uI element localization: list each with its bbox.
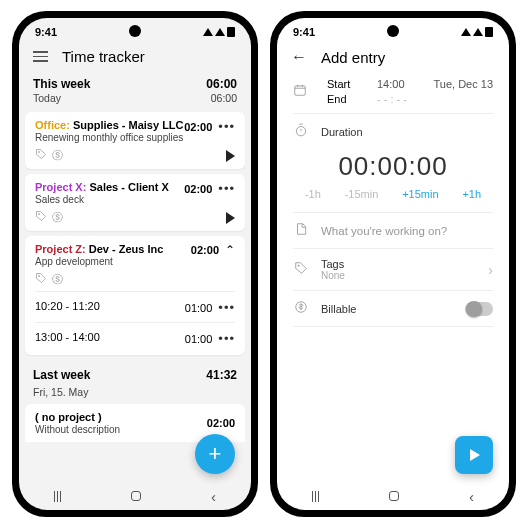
android-nav-bar: ‹ — [19, 482, 251, 510]
more-icon[interactable]: ••• — [218, 119, 235, 134]
more-icon[interactable]: ••• — [218, 300, 235, 315]
billable-row[interactable]: Billable — [277, 293, 509, 324]
play-button[interactable] — [226, 212, 235, 224]
nav-home-icon[interactable] — [389, 491, 399, 501]
end-time-value[interactable]: - - : - - — [377, 93, 407, 105]
tag-icon — [35, 148, 47, 163]
duration-label: Duration — [321, 126, 363, 138]
tag-icon — [293, 261, 309, 278]
screen-add-entry: 9:41 ← Add entry Start 14:00 Tue, Dec 13… — [277, 18, 509, 510]
page-title: Add entry — [321, 49, 385, 66]
play-button[interactable] — [226, 150, 235, 162]
billable-icon: ⓢ — [52, 148, 63, 163]
entry-description: Without description — [35, 424, 120, 435]
task-label: Dev - Zeus Inc — [89, 243, 164, 255]
project-label: Project X: — [35, 181, 86, 193]
signal-icon — [461, 28, 471, 36]
task-label: Supplies - Maisy LLC — [73, 119, 184, 131]
signal-icon — [203, 28, 213, 36]
phone-frame-left: 9:41 Time tracker This week 06:00 Today … — [12, 11, 258, 517]
duration-adjust-buttons: -1h -15min +15min +1h — [277, 188, 509, 210]
billable-label: Billable — [321, 303, 453, 315]
nav-back-icon[interactable]: ‹ — [469, 488, 474, 505]
duration-row: Duration — [277, 116, 509, 147]
entry-duration: 02:00 — [184, 121, 212, 133]
plus-1h-button[interactable]: +1h — [462, 188, 481, 200]
entry-description: Sales deck — [35, 194, 169, 205]
tag-icon — [35, 210, 47, 225]
status-time: 9:41 — [35, 26, 57, 38]
svg-point-5 — [298, 265, 299, 266]
nav-recent-icon[interactable] — [312, 491, 320, 502]
project-label: Project Z: — [35, 243, 86, 255]
minus-1h-button[interactable]: -1h — [305, 188, 321, 200]
tags-row[interactable]: Tags None › — [277, 251, 509, 288]
sub-entry-row[interactable]: 13:00 - 14:00 01:00 ••• — [35, 322, 235, 349]
svg-point-1 — [39, 214, 40, 215]
divider — [293, 113, 493, 114]
android-nav-bar: ‹ — [277, 482, 509, 510]
this-week-label: This week — [33, 77, 90, 91]
entry-duration: 02:00 — [191, 244, 219, 256]
today-total: 06:00 — [211, 92, 237, 104]
back-icon[interactable]: ← — [291, 48, 307, 66]
end-label: End — [327, 93, 377, 105]
start-time-value[interactable]: 14:00 — [377, 78, 405, 90]
time-range-row[interactable]: Start 14:00 Tue, Dec 13 End - - : - - — [277, 74, 509, 111]
time-entry-card[interactable]: Project X: Sales - Client X Sales deck 0… — [25, 174, 245, 231]
last-week-label: Last week — [33, 368, 90, 382]
divider — [293, 248, 493, 249]
more-icon[interactable]: ••• — [218, 331, 235, 346]
screen-time-tracker: 9:41 Time tracker This week 06:00 Today … — [19, 18, 251, 510]
svg-rect-3 — [295, 86, 306, 95]
phone-frame-right: 9:41 ← Add entry Start 14:00 Tue, Dec 13… — [270, 11, 516, 517]
billable-toggle[interactable] — [465, 302, 493, 316]
time-entry-card-expanded[interactable]: Project Z: Dev - Zeus Inc App developmen… — [25, 236, 245, 355]
nav-recent-icon[interactable] — [54, 491, 62, 502]
menu-icon[interactable] — [33, 51, 48, 62]
last-week-total: 41:32 — [206, 368, 237, 382]
calendar-icon — [293, 83, 327, 100]
project-label: Office: — [35, 119, 70, 131]
today-label: Today — [33, 92, 61, 104]
nav-back-icon[interactable]: ‹ — [211, 488, 216, 505]
description-row[interactable]: What you're working on? — [277, 215, 509, 246]
time-entry-card[interactable]: Office: Supplies - Maisy LLC Renewing mo… — [25, 112, 245, 169]
collapse-icon[interactable]: ⌃ — [225, 243, 235, 257]
tags-value: None — [321, 270, 476, 281]
page-title: Time tracker — [62, 48, 145, 65]
sub-entry-row[interactable]: 10:20 - 11:20 01:00 ••• — [35, 291, 235, 318]
start-timer-fab[interactable] — [455, 436, 493, 474]
battery-icon — [485, 27, 493, 37]
add-entry-fab[interactable]: + — [195, 434, 235, 474]
tags-label: Tags — [321, 258, 476, 270]
description-placeholder: What you're working on? — [321, 225, 447, 237]
task-label: Sales - Client X — [89, 181, 168, 193]
start-date-value[interactable]: Tue, Dec 13 — [433, 78, 493, 90]
wifi-icon — [215, 28, 225, 36]
status-icons — [203, 27, 235, 37]
this-week-total: 06:00 — [206, 77, 237, 91]
last-week-date: Fri, 15. May — [19, 386, 251, 404]
nav-home-icon[interactable] — [131, 491, 141, 501]
billable-icon: ⓢ — [52, 210, 63, 225]
plus-15min-button[interactable]: +15min — [402, 188, 438, 200]
app-bar: ← Add entry — [277, 42, 509, 74]
more-icon[interactable]: ••• — [218, 181, 235, 196]
wifi-icon — [473, 28, 483, 36]
minus-15min-button[interactable]: -15min — [345, 188, 379, 200]
sub-entry-duration: 01:00 — [185, 302, 213, 314]
entry-duration: 02:00 — [207, 417, 235, 429]
sub-entry-range: 13:00 - 14:00 — [35, 331, 100, 346]
divider — [293, 290, 493, 291]
plus-icon: + — [209, 441, 222, 467]
entry-duration: 02:00 — [184, 183, 212, 195]
svg-point-0 — [39, 152, 40, 153]
divider — [293, 212, 493, 213]
svg-point-2 — [39, 276, 40, 277]
status-icons — [461, 27, 493, 37]
app-bar: Time tracker — [19, 42, 251, 73]
duration-value[interactable]: 00:00:00 — [277, 147, 509, 188]
status-time: 9:41 — [293, 26, 315, 38]
sub-entry-duration: 01:00 — [185, 333, 213, 345]
